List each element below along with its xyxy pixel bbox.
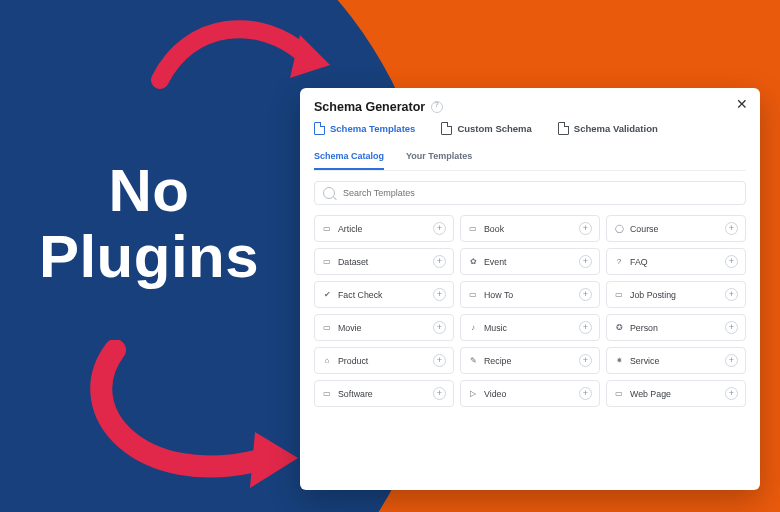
template-tile-service[interactable]: ✷Service+: [606, 347, 746, 374]
modal-header: Schema Generator: [314, 100, 746, 114]
template-label: Service: [630, 356, 719, 366]
template-label: How To: [484, 290, 573, 300]
schema-generator-modal: ✕ Schema Generator Schema TemplatesCusto…: [300, 88, 760, 490]
product-icon: ⌂: [322, 356, 332, 366]
template-label: Recipe: [484, 356, 573, 366]
person-icon: ✪: [614, 323, 624, 333]
add-template-button[interactable]: +: [579, 321, 592, 334]
tab-label: Schema Validation: [574, 123, 658, 134]
template-tile-software[interactable]: ▭Software+: [314, 380, 454, 407]
template-label: Video: [484, 389, 573, 399]
template-tile-music[interactable]: ♪Music+: [460, 314, 600, 341]
add-template-button[interactable]: +: [725, 354, 738, 367]
software-icon: ▭: [322, 389, 332, 399]
template-grid: ▭Article+▭Book+◯Course+▭Dataset+✿Event+?…: [314, 215, 746, 407]
document-icon: [558, 122, 569, 135]
add-template-button[interactable]: +: [433, 354, 446, 367]
template-tile-course[interactable]: ◯Course+: [606, 215, 746, 242]
add-template-button[interactable]: +: [433, 321, 446, 334]
template-label: Web Page: [630, 389, 719, 399]
document-icon: [441, 122, 452, 135]
primary-tab-custom-schema[interactable]: Custom Schema: [441, 122, 531, 135]
promo-line-1: No: [4, 158, 294, 224]
template-tile-book[interactable]: ▭Book+: [460, 215, 600, 242]
template-tile-fact-check[interactable]: ✔Fact Check+: [314, 281, 454, 308]
template-label: Article: [338, 224, 427, 234]
template-tile-video[interactable]: ▷Video+: [460, 380, 600, 407]
add-template-button[interactable]: +: [433, 387, 446, 400]
template-label: Book: [484, 224, 573, 234]
promo-stage: No Plugins ✕ Schema Generator Schema Tem…: [0, 0, 780, 512]
add-template-button[interactable]: +: [725, 255, 738, 268]
close-icon: ✕: [736, 97, 748, 111]
template-tile-faq[interactable]: ?FAQ+: [606, 248, 746, 275]
course-icon: ◯: [614, 224, 624, 234]
event-icon: ✿: [468, 257, 478, 267]
tab-label: Custom Schema: [457, 123, 531, 134]
template-tile-web-page[interactable]: ▭Web Page+: [606, 380, 746, 407]
template-label: Event: [484, 257, 573, 267]
dataset-icon: ▭: [322, 257, 332, 267]
template-tile-person[interactable]: ✪Person+: [606, 314, 746, 341]
template-tile-event[interactable]: ✿Event+: [460, 248, 600, 275]
primary-tab-schema-templates[interactable]: Schema Templates: [314, 122, 415, 135]
tab-label: Schema Templates: [330, 123, 415, 134]
add-template-button[interactable]: +: [579, 354, 592, 367]
template-tile-movie[interactable]: ▭Movie+: [314, 314, 454, 341]
music-icon: ♪: [468, 323, 478, 333]
recipe-icon: ✎: [468, 356, 478, 366]
promo-headline: No Plugins: [4, 158, 294, 290]
add-template-button[interactable]: +: [579, 288, 592, 301]
template-tile-job-posting[interactable]: ▭Job Posting+: [606, 281, 746, 308]
secondary-tabs: Schema CatalogYour Templates: [314, 145, 746, 171]
add-template-button[interactable]: +: [433, 288, 446, 301]
help-icon[interactable]: [431, 101, 443, 113]
document-icon: [314, 122, 325, 135]
add-template-button[interactable]: +: [579, 222, 592, 235]
jobposting-icon: ▭: [614, 290, 624, 300]
add-template-button[interactable]: +: [433, 222, 446, 235]
promo-line-2: Plugins: [4, 224, 294, 290]
howto-icon: ▭: [468, 290, 478, 300]
add-template-button[interactable]: +: [433, 255, 446, 268]
add-template-button[interactable]: +: [725, 321, 738, 334]
primary-tabs: Schema TemplatesCustom SchemaSchema Vali…: [314, 122, 746, 135]
search-templates-field[interactable]: [314, 181, 746, 205]
template-label: Fact Check: [338, 290, 427, 300]
movie-icon: ▭: [322, 323, 332, 333]
template-label: Person: [630, 323, 719, 333]
template-label: Movie: [338, 323, 427, 333]
webpage-icon: ▭: [614, 389, 624, 399]
template-label: FAQ: [630, 257, 719, 267]
template-tile-recipe[interactable]: ✎Recipe+: [460, 347, 600, 374]
factcheck-icon: ✔: [322, 290, 332, 300]
add-template-button[interactable]: +: [725, 387, 738, 400]
modal-title: Schema Generator: [314, 100, 425, 114]
template-label: Product: [338, 356, 427, 366]
template-label: Music: [484, 323, 573, 333]
video-icon: ▷: [468, 389, 478, 399]
template-tile-dataset[interactable]: ▭Dataset+: [314, 248, 454, 275]
secondary-tab-your-templates[interactable]: Your Templates: [406, 145, 472, 170]
add-template-button[interactable]: +: [579, 255, 592, 268]
add-template-button[interactable]: +: [579, 387, 592, 400]
template-label: Software: [338, 389, 427, 399]
template-label: Job Posting: [630, 290, 719, 300]
template-tile-how-to[interactable]: ▭How To+: [460, 281, 600, 308]
book-icon: ▭: [468, 224, 478, 234]
faq-icon: ?: [614, 257, 624, 267]
primary-tab-schema-validation[interactable]: Schema Validation: [558, 122, 658, 135]
article-icon: ▭: [322, 224, 332, 234]
add-template-button[interactable]: +: [725, 288, 738, 301]
close-button[interactable]: ✕: [734, 96, 750, 112]
template-tile-product[interactable]: ⌂Product+: [314, 347, 454, 374]
template-label: Dataset: [338, 257, 427, 267]
add-template-button[interactable]: +: [725, 222, 738, 235]
search-input[interactable]: [341, 187, 737, 199]
secondary-tab-schema-catalog[interactable]: Schema Catalog: [314, 145, 384, 170]
service-icon: ✷: [614, 356, 624, 366]
template-tile-article[interactable]: ▭Article+: [314, 215, 454, 242]
search-icon: [323, 187, 335, 199]
template-label: Course: [630, 224, 719, 234]
